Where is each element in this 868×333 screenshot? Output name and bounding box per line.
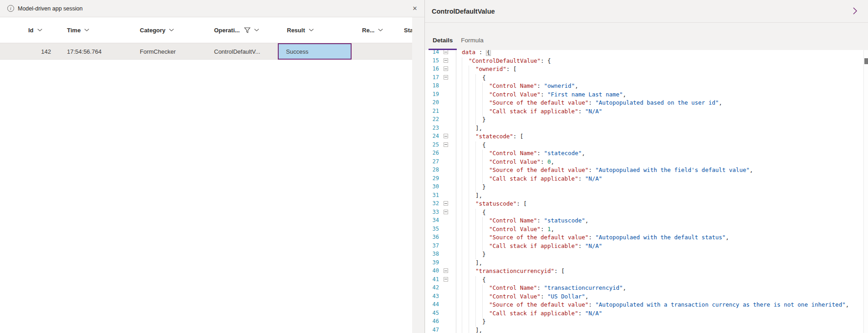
- fold-gutter: [439, 166, 456, 174]
- code-text: "Control Name": "ownerid",: [456, 81, 578, 90]
- token: ,: [582, 150, 585, 156]
- token: "Control Value": [489, 158, 541, 165]
- token: "Call stack if applicable": [489, 242, 578, 249]
- fold-collapse-icon[interactable]: [444, 142, 448, 147]
- chevron-down-icon: [309, 29, 314, 31]
- token: "ControlDefaultValue": [469, 57, 541, 64]
- tab-label: Details: [433, 37, 453, 44]
- column-header-reason[interactable]: Re...: [354, 17, 399, 43]
- cell-category[interactable]: FormChecker: [140, 43, 214, 60]
- cell-state[interactable]: [399, 43, 412, 60]
- tab-formula[interactable]: Formula: [457, 37, 488, 50]
- code-line-25: 25{: [425, 141, 868, 149]
- cell-reason[interactable]: [354, 43, 399, 60]
- code-line-26: 26"Control Name": "statecode",: [425, 149, 868, 157]
- code-line-18: 18"Control Name": "ownerid",: [425, 81, 868, 90]
- fold-gutter: [439, 149, 456, 157]
- fold-gutter: [439, 242, 456, 250]
- json-editor: 14data : {15"ControlDefaultValue": {16"o…: [425, 50, 868, 333]
- token: "Control Value": [489, 91, 541, 98]
- fold-gutter: [439, 115, 456, 124]
- code-line-21: 21"Call stack if applicable": "N/A": [425, 107, 868, 116]
- line-number: 43: [425, 292, 439, 301]
- chevron-right-icon[interactable]: [850, 6, 860, 16]
- fold-collapse-icon[interactable]: [444, 58, 448, 63]
- fold-gutter: [439, 132, 456, 141]
- token: "Control Value": [489, 293, 541, 300]
- code-line-24: 24"statecode": [: [425, 132, 868, 141]
- fold-collapse-icon[interactable]: [444, 268, 448, 273]
- token: }: [482, 251, 486, 257]
- code-line-19: 19"Control Value": "First name Last name…: [425, 90, 868, 99]
- line-number: 26: [425, 149, 439, 157]
- token: "N/A": [585, 175, 602, 182]
- line-number: 25: [425, 141, 439, 149]
- token: ,: [585, 217, 589, 224]
- line-number: 31: [425, 191, 439, 200]
- fold-gutter: [439, 326, 456, 333]
- code-line-37: 37"Call stack if applicable": "N/A": [425, 242, 868, 250]
- line-number: 39: [425, 258, 439, 267]
- fold-collapse-icon[interactable]: [444, 50, 448, 54]
- column-header-label: Operati...: [214, 27, 240, 34]
- fold-gutter: [439, 107, 456, 116]
- category-value: FormChecker: [140, 48, 176, 55]
- line-number: 19: [425, 90, 439, 99]
- token: :: [588, 166, 595, 173]
- fold-collapse-icon[interactable]: [444, 210, 448, 214]
- fold-gutter: [439, 157, 456, 166]
- line-number: 32: [425, 199, 439, 208]
- token: {: [482, 141, 486, 148]
- fold-collapse-icon[interactable]: [444, 134, 448, 138]
- fold-collapse-icon[interactable]: [444, 75, 448, 80]
- fold-gutter: [439, 50, 456, 56]
- cell-id[interactable]: 142: [0, 43, 67, 60]
- column-header-result[interactable]: Result: [278, 17, 354, 43]
- code-text: "Control Name": "statuscode",: [456, 216, 588, 225]
- line-number: 34: [425, 216, 439, 225]
- column-header-label: Category: [140, 27, 165, 34]
- column-header-category[interactable]: Category: [140, 17, 214, 43]
- token: ,: [846, 301, 849, 308]
- line-number: 38: [425, 250, 439, 258]
- table-row[interactable]: 14217:54:56.764FormCheckerControlDefault…: [0, 43, 412, 60]
- column-header-time[interactable]: Time: [67, 17, 140, 43]
- token: "statuscode": [475, 200, 516, 207]
- fold-collapse-icon[interactable]: [444, 66, 448, 71]
- fold-gutter: [439, 124, 456, 132]
- column-header-operation[interactable]: Operati...: [214, 17, 278, 43]
- tab-details[interactable]: Details: [429, 37, 457, 50]
- code-text: "ControlDefaultValue": {: [456, 56, 551, 65]
- code-text: }: [456, 115, 486, 124]
- column-header-id[interactable]: Id: [0, 17, 67, 43]
- close-icon[interactable]: ✕: [409, 3, 421, 15]
- line-number: 18: [425, 81, 439, 90]
- cell-result[interactable]: Success: [278, 43, 354, 60]
- code-line-33: 33{: [425, 208, 868, 217]
- code-text: }: [456, 250, 486, 258]
- editor-scrollbar[interactable]: [863, 50, 868, 333]
- cell-time[interactable]: 17:54:56.764: [67, 43, 140, 60]
- code-text: "Control Name": "transactioncurrencyid",: [456, 283, 626, 292]
- fold-collapse-icon[interactable]: [444, 201, 448, 206]
- line-number: 35: [425, 225, 439, 233]
- token: "statecode": [475, 133, 513, 140]
- token: ],: [475, 192, 482, 199]
- line-number: 15: [425, 56, 439, 65]
- code-text: "Control Value": "US Dollar",: [456, 292, 588, 301]
- column-header-state[interactable]: Sta: [399, 17, 412, 43]
- selected-result-cell[interactable]: Success: [278, 43, 352, 60]
- token: :: [537, 150, 544, 156]
- code-text: {: [456, 275, 486, 284]
- token: "transactioncurrencyid": [544, 284, 623, 291]
- cell-operation[interactable]: ControlDefaultV...: [214, 43, 278, 60]
- code-line-30: 30}: [425, 182, 868, 191]
- events-table: IdTimeCategoryOperati...ResultRe...Sta 1…: [0, 17, 412, 60]
- gutter-divider: [456, 50, 456, 333]
- fold-collapse-icon[interactable]: [444, 277, 448, 282]
- scrollbar-thumb[interactable]: [864, 58, 868, 64]
- line-number: 27: [425, 157, 439, 166]
- token: "Source of the default value": [489, 99, 588, 106]
- token: "Source of the default value": [489, 166, 588, 173]
- code-text: ],: [456, 258, 482, 267]
